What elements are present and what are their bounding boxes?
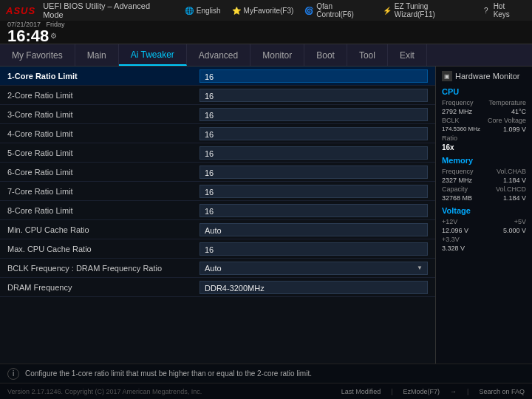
myfavorites-button[interactable]: ⭐ MyFavorite(F3) xyxy=(228,5,297,16)
tab-exit[interactable]: Exit xyxy=(388,44,427,66)
hw-corev-value: 1.099 V xyxy=(503,126,526,133)
value-max-cache[interactable]: 16 xyxy=(200,242,428,256)
ez-icon: ⚡ xyxy=(382,5,392,16)
hw-cpu-freq-val-row: 2792 MHz 41°C xyxy=(442,108,526,115)
label-5core: 5-Core Ratio Limit xyxy=(7,149,200,157)
monitor-icon: ▣ xyxy=(442,71,452,81)
globe-icon: 🌐 xyxy=(184,5,194,16)
ezmode-button[interactable]: EzMode(F7) xyxy=(403,388,440,395)
hw-mem-freq-val-row: 2327 MHz 1.184 V xyxy=(442,177,526,184)
info-bar: i Configure the 1-core ratio limit that … xyxy=(0,364,532,383)
value-1core[interactable]: 16 xyxy=(200,69,428,83)
label-bclk-dram: BCLK Frequency : DRAM Frequency Ratio xyxy=(7,264,200,273)
hw-v5-label: +5V xyxy=(514,218,526,225)
hw-cpu-freq-label: Frequency xyxy=(442,99,474,106)
hw-capacity-value: 32768 MB xyxy=(442,194,472,202)
label-8core: 8-Core Ratio Limit xyxy=(7,206,200,215)
hw-v5-value: 5.000 V xyxy=(503,227,526,234)
hw-cpu-freq-row: Frequency Temperature xyxy=(442,99,526,106)
hw-v12-label-row: +12V +5V xyxy=(442,218,526,225)
star-icon: ⭐ xyxy=(231,5,242,16)
setting-row-dram-freq[interactable]: DRAM Frequency DDR4-3200MHz xyxy=(0,278,435,297)
info-text: Configure the 1-core ratio limit that mu… xyxy=(25,369,312,378)
hw-bclk-value: 174.5360 MHz xyxy=(442,126,480,133)
top-bar: ASUS UEFI BIOS Utility – Advanced Mode 🌐… xyxy=(0,0,532,21)
tab-monitor[interactable]: Monitor xyxy=(250,44,304,66)
value-dram-freq[interactable]: DDR4-3200MHz xyxy=(200,281,428,294)
value-min-cache[interactable]: Auto xyxy=(200,223,428,236)
value-2core[interactable]: 16 xyxy=(200,89,428,102)
tab-boot[interactable]: Boot xyxy=(304,44,347,66)
hw-corev-label: Core Voltage xyxy=(488,117,526,124)
setting-row-6core[interactable]: 6-Core Ratio Limit 16 xyxy=(0,163,435,182)
value-6core[interactable]: 16 xyxy=(200,166,428,179)
setting-row-min-cache[interactable]: Min. CPU Cache Ratio Auto xyxy=(0,220,435,239)
language-button[interactable]: 🌐 English xyxy=(181,5,224,16)
label-3core: 3-Core Ratio Limit xyxy=(7,110,200,119)
hw-mem-freq-label: Frequency xyxy=(442,168,474,175)
tab-my-favorites[interactable]: My Favorites xyxy=(0,44,75,66)
label-4core: 4-Core Ratio Limit xyxy=(7,129,200,138)
hw-v33-label-row: +3.3V xyxy=(442,236,526,243)
tab-ai-tweaker[interactable]: Ai Tweaker xyxy=(119,44,187,66)
value-bclk-dram[interactable]: Auto xyxy=(200,262,428,275)
asus-logo: ASUS xyxy=(6,5,35,16)
setting-row-4core[interactable]: 4-Core Ratio Limit 16 xyxy=(0,124,435,143)
main-content: 1-Core Ratio Limit 16 2-Core Ratio Limit… xyxy=(0,66,532,364)
clock-settings-icon[interactable]: ⚙ xyxy=(50,32,57,40)
setting-row-1core[interactable]: 1-Core Ratio Limit 16 xyxy=(0,66,435,86)
tab-main[interactable]: Main xyxy=(75,44,119,66)
value-4core[interactable]: 16 xyxy=(200,127,428,140)
fan-icon: 🌀 xyxy=(304,5,314,16)
ezmode-arrow: → xyxy=(450,388,457,395)
hw-ratio-label: Ratio xyxy=(442,134,457,142)
label-7core: 7-Core Ratio Limit xyxy=(7,187,200,196)
setting-row-3core[interactable]: 3-Core Ratio Limit 16 xyxy=(0,105,435,124)
hw-ratio-value: 16x xyxy=(442,143,454,151)
setting-row-2core[interactable]: 2-Core Ratio Limit 16 xyxy=(0,86,435,105)
hw-ratio-val-row: 16x xyxy=(442,143,526,151)
bottom-bar: Version 2.17.1246. Copyright (C) 2017 Am… xyxy=(0,383,532,399)
hw-capacity-label: Capacity xyxy=(442,185,468,193)
hw-v33-val-row: 3.328 V xyxy=(442,245,526,252)
setting-row-8core[interactable]: 8-Core Ratio Limit 16 xyxy=(0,201,435,220)
value-5core[interactable]: 16 xyxy=(200,146,428,160)
datetime-block: 07/21/2017 Friday 16:48 ⚙ xyxy=(7,21,65,44)
hw-monitor: ▣ Hardware Monitor CPU Frequency Tempera… xyxy=(436,66,532,364)
hw-v12-value: 12.096 V xyxy=(442,227,468,234)
qfan-button[interactable]: 🌀 Qfan Control(F6) xyxy=(301,2,375,18)
tab-tool[interactable]: Tool xyxy=(347,44,388,66)
setting-row-7core[interactable]: 7-Core Ratio Limit 16 xyxy=(0,182,435,201)
hw-bclk-row: BCLK Core Voltage xyxy=(442,117,526,124)
version-text: Version 2.17.1246. Copyright (C) 2017 Am… xyxy=(7,388,202,395)
hw-v12-label: +12V xyxy=(442,218,457,225)
value-8core[interactable]: 16 xyxy=(200,204,428,217)
hotkeys-button[interactable]: ? Hot Keys xyxy=(478,2,526,18)
hw-volchcd-value: 1.184 V xyxy=(503,194,526,202)
setting-row-max-cache[interactable]: Max. CPU Cache Ratio 16 xyxy=(0,239,435,259)
hw-mem-freq-label-row: Frequency Vol.CHAB xyxy=(442,168,526,175)
hw-monitor-title: ▣ Hardware Monitor xyxy=(442,71,526,81)
value-3core[interactable]: 16 xyxy=(200,108,428,121)
last-modified-button[interactable]: Last Modified xyxy=(341,388,381,395)
hw-cpu-temp-value: 41°C xyxy=(511,108,526,115)
setting-row-bclk-dram[interactable]: BCLK Frequency : DRAM Frequency Ratio Au… xyxy=(0,259,435,278)
hw-volchab-label: Vol.CHAB xyxy=(497,168,526,175)
time-display: 16:48 xyxy=(7,28,49,44)
hotkey-icon: ? xyxy=(481,5,491,16)
hw-volchcd-label: Vol.CHCD xyxy=(496,185,526,193)
bottom-actions: Last Modified | EzMode(F7) → | Search on… xyxy=(341,388,525,395)
title-text: UEFI BIOS Utility – Advanced Mode xyxy=(43,1,172,19)
label-1core: 1-Core Ratio Limit xyxy=(7,72,200,81)
tab-advanced[interactable]: Advanced xyxy=(187,44,250,66)
settings-panel: 1-Core Ratio Limit 16 2-Core Ratio Limit… xyxy=(0,66,436,364)
hw-cpu-temp-label: Temperature xyxy=(488,99,526,106)
value-7core[interactable]: 16 xyxy=(200,185,428,198)
eztuning-button[interactable]: ⚡ EZ Tuning Wizard(F11) xyxy=(379,2,474,18)
setting-row-5core[interactable]: 5-Core Ratio Limit 16 xyxy=(0,143,435,163)
nav-bar: My Favorites Main Ai Tweaker Advanced Mo… xyxy=(0,44,532,66)
search-faq-button[interactable]: Search on FAQ xyxy=(479,388,525,395)
hw-volchab-value: 1.184 V xyxy=(503,177,526,184)
label-2core: 2-Core Ratio Limit xyxy=(7,91,200,100)
label-max-cache: Max. CPU Cache Ratio xyxy=(7,245,200,253)
